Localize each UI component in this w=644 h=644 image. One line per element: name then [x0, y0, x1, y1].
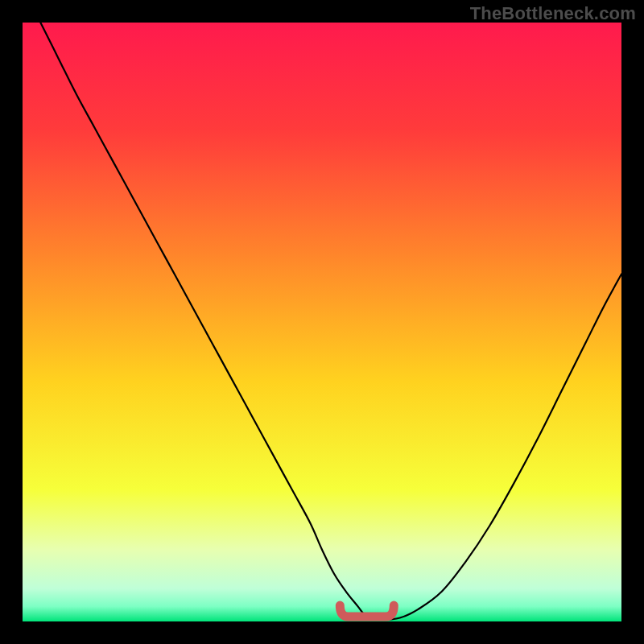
gradient-background — [23, 23, 621, 621]
chart-frame: TheBottleneck.com — [0, 0, 644, 644]
watermark-text: TheBottleneck.com — [470, 3, 636, 24]
plot-area — [23, 23, 621, 621]
bottleneck-chart-svg — [23, 23, 621, 621]
